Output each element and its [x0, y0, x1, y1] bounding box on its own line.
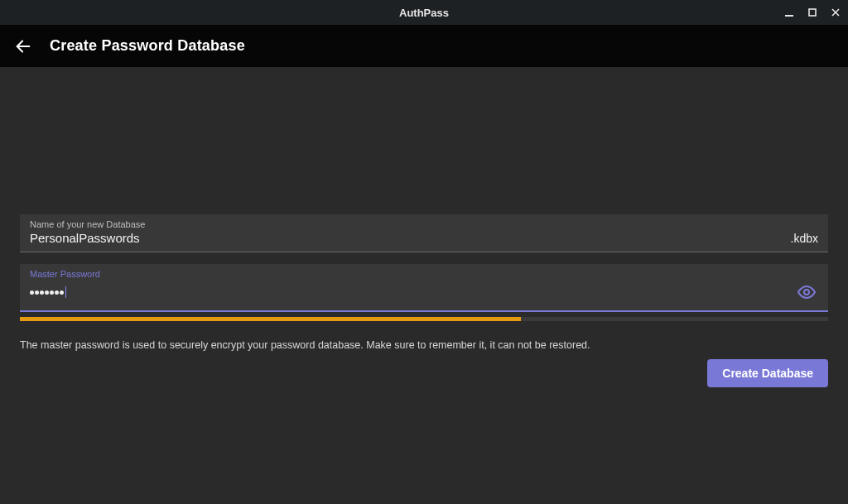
- button-row: Create Database: [20, 359, 828, 387]
- window-title: AuthPass: [399, 7, 449, 19]
- database-ext-suffix: .kdbx: [784, 232, 818, 245]
- minimize-icon[interactable]: [783, 7, 795, 18]
- master-password-field[interactable]: Master Password: [20, 264, 828, 310]
- database-name-value[interactable]: PersonalPasswords: [30, 231, 784, 245]
- window-titlebar: AuthPass: [0, 0, 848, 25]
- create-database-button[interactable]: Create Database: [707, 359, 828, 387]
- content-area: Name of your new Database PersonalPasswo…: [0, 67, 848, 504]
- helper-text: The master password is used to securely …: [20, 339, 828, 351]
- password-strength-fill: [20, 317, 521, 321]
- svg-rect-1: [809, 9, 816, 16]
- field-underline-focused: [20, 310, 828, 312]
- svg-point-5: [804, 290, 809, 295]
- database-name-field[interactable]: Name of your new Database PersonalPasswo…: [20, 214, 828, 252]
- field-underline: [20, 252, 828, 252]
- toggle-password-visibility-icon[interactable]: [795, 281, 818, 304]
- close-icon[interactable]: [830, 7, 841, 18]
- maximize-icon[interactable]: [807, 7, 818, 18]
- master-password-value[interactable]: [30, 286, 66, 298]
- window-controls: [783, 0, 841, 25]
- password-strength-bar: [20, 317, 828, 321]
- master-password-label: Master Password: [30, 269, 818, 279]
- back-button[interactable]: [13, 36, 33, 56]
- database-name-label: Name of your new Database: [30, 219, 818, 229]
- page-title: Create Password Database: [50, 37, 245, 55]
- app-header: Create Password Database: [0, 25, 848, 67]
